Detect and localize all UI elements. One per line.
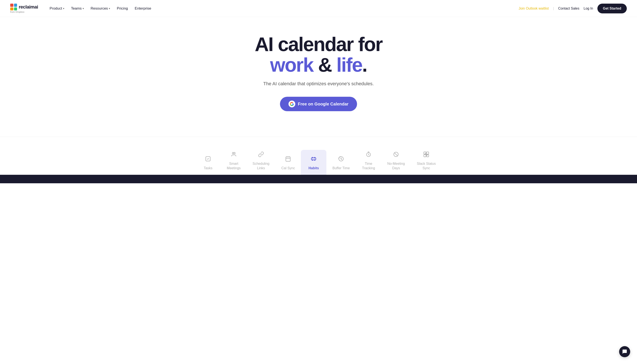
bottom-strip <box>0 175 637 183</box>
nav-item-teams[interactable]: Teams ▾ <box>68 5 87 12</box>
slack-status-sync-icon <box>421 150 431 159</box>
hero-title-line1: AI calendar for <box>255 34 382 55</box>
google-calendar-cta[interactable]: Free on Google Calendar <box>280 97 357 111</box>
no-meeting-days-icon <box>391 150 401 159</box>
tab-no-meeting-days-label: No-MeetingDays <box>387 162 405 170</box>
logo-sub: from Dropbox <box>10 11 25 13</box>
nav-right: Join Outlook waitlist | Contact Sales Lo… <box>519 4 627 14</box>
logo[interactable]: reclaimai from Dropbox <box>10 4 38 13</box>
nav-item-resources[interactable]: Resources ▾ <box>88 5 113 12</box>
tab-time-tracking-label: TimeTracking <box>362 162 375 170</box>
hero-word-life: life <box>336 54 362 76</box>
smart-meetings-icon <box>229 150 239 159</box>
hero-ampersand: & <box>313 54 336 76</box>
logo-mark <box>10 4 17 10</box>
logo-text: reclaimai <box>19 4 38 10</box>
nav-left: reclaimai from Dropbox Product ▾ Teams ▾… <box>10 4 154 13</box>
svg-rect-3 <box>286 157 290 162</box>
tab-cal-sync-label: Cal Sync <box>281 166 295 170</box>
tab-habits[interactable]: Habits <box>301 150 326 175</box>
nav-menu: Product ▾ Teams ▾ Resources ▾ Pricing En… <box>47 5 154 12</box>
tab-tasks-label: Tasks <box>204 166 213 170</box>
tab-cal-sync[interactable]: Cal Sync <box>275 150 301 175</box>
habits-icon <box>309 154 318 164</box>
svg-point-1 <box>232 152 234 154</box>
cta-label: Free on Google Calendar <box>298 102 348 106</box>
svg-line-14 <box>394 153 397 156</box>
google-icon <box>289 100 295 107</box>
hero-subtitle: The AI calendar that optimizes everyone'… <box>263 81 374 86</box>
svg-line-19 <box>425 153 428 156</box>
svg-point-11 <box>341 158 341 159</box>
tab-scheduling-links-label: SchedulingLinks <box>253 162 269 170</box>
login-link[interactable]: Log In <box>583 6 593 10</box>
svg-rect-17 <box>424 154 426 157</box>
nav-item-product[interactable]: Product ▾ <box>47 5 67 12</box>
outlook-waitlist-link[interactable]: Join Outlook waitlist <box>519 6 549 10</box>
tab-time-tracking[interactable]: TimeTracking <box>356 146 381 175</box>
svg-rect-16 <box>427 152 429 154</box>
get-started-button[interactable]: Get Started <box>597 4 627 14</box>
tab-smart-meetings-label: SmartMeetings <box>227 162 241 170</box>
scheduling-links-icon <box>256 150 266 159</box>
hero-section: AI calendar for work & life. The AI cale… <box>0 17 637 124</box>
tab-smart-meetings[interactable]: SmartMeetings <box>221 146 247 175</box>
tab-buffer-time[interactable]: Buffer Time <box>326 150 356 175</box>
buffer-time-icon <box>336 154 346 164</box>
feature-tabs: Tasks SmartMeetings SchedulingLinks <box>0 137 637 175</box>
tab-slack-status-sync[interactable]: Slack StatusSync <box>411 146 442 175</box>
svg-rect-7 <box>311 158 316 160</box>
tab-buffer-time-label: Buffer Time <box>332 166 350 170</box>
hero-title: AI calendar for work & life. <box>255 34 382 75</box>
navbar: reclaimai from Dropbox Product ▾ Teams ▾… <box>0 0 637 17</box>
nav-divider: | <box>553 6 554 10</box>
tab-slack-status-sync-label: Slack StatusSync <box>417 162 436 170</box>
cal-sync-icon <box>283 154 293 164</box>
svg-point-2 <box>234 152 235 154</box>
time-tracking-icon <box>364 150 373 159</box>
tab-tasks[interactable]: Tasks <box>195 150 221 175</box>
tasks-icon <box>203 154 213 164</box>
contact-sales-link[interactable]: Contact Sales <box>558 6 579 10</box>
hero-word-work: work <box>270 54 313 76</box>
tab-no-meeting-days[interactable]: No-MeetingDays <box>381 146 411 175</box>
hero-period: . <box>362 54 367 76</box>
chevron-down-icon: ▾ <box>83 7 84 10</box>
nav-item-enterprise[interactable]: Enterprise <box>132 5 154 12</box>
chevron-down-icon: ▾ <box>63 7 64 10</box>
nav-item-pricing[interactable]: Pricing <box>114 5 131 12</box>
tab-habits-label: Habits <box>309 166 319 170</box>
tab-scheduling-links[interactable]: SchedulingLinks <box>247 146 275 175</box>
chevron-down-icon: ▾ <box>109 7 110 10</box>
